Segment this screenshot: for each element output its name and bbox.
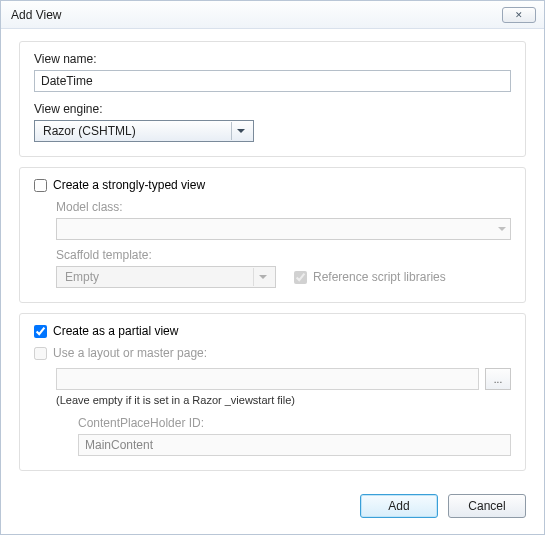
partial-view-label: Create as a partial view (53, 324, 178, 338)
view-engine-label: View engine: (34, 102, 511, 116)
layout-section: ... (Leave empty if it is set in a Razor… (56, 368, 511, 456)
titlebar: Add View ✕ (1, 1, 544, 29)
reference-scripts-row: Reference script libraries (294, 270, 446, 284)
dialog-buttons: Add Cancel (1, 484, 544, 534)
scaffold-template-value: Empty (65, 270, 99, 284)
content-area: View name: View engine: Razor (CSHTML) C… (1, 29, 544, 484)
strongly-typed-group: Create a strongly-typed view Model class… (19, 167, 526, 303)
placeholder-id-label: ContentPlaceHolder ID: (78, 416, 511, 430)
reference-scripts-checkbox (294, 271, 307, 284)
placeholder-id-input (78, 434, 511, 456)
cancel-button[interactable]: Cancel (448, 494, 526, 518)
use-layout-row: Use a layout or master page: (34, 346, 511, 360)
layout-hint: (Leave empty if it is set in a Razor _vi… (56, 394, 511, 406)
chevron-down-icon (237, 129, 245, 133)
placeholder-section: ContentPlaceHolder ID: (78, 416, 511, 456)
window-title: Add View (11, 8, 61, 22)
strongly-typed-checkbox[interactable] (34, 179, 47, 192)
view-name-input[interactable] (34, 70, 511, 92)
model-class-select (56, 218, 511, 240)
use-layout-label: Use a layout or master page: (53, 346, 207, 360)
view-name-label: View name: (34, 52, 511, 66)
reference-scripts-label: Reference script libraries (313, 270, 446, 284)
close-button[interactable]: ✕ (502, 7, 536, 23)
browse-button: ... (485, 368, 511, 390)
chevron-down-icon (259, 275, 267, 279)
partial-layout-group: Create as a partial view Use a layout or… (19, 313, 526, 471)
add-button[interactable]: Add (360, 494, 438, 518)
model-section: Model class: Scaffold template: Empty (56, 200, 511, 288)
partial-view-checkbox[interactable] (34, 325, 47, 338)
strongly-typed-label: Create a strongly-typed view (53, 178, 205, 192)
dropdown-button (253, 268, 271, 286)
use-layout-checkbox (34, 347, 47, 360)
strongly-typed-row[interactable]: Create a strongly-typed view (34, 178, 511, 192)
scaffold-template-select: Empty (56, 266, 276, 288)
ellipsis-icon: ... (494, 374, 502, 385)
close-icon: ✕ (515, 10, 523, 20)
dropdown-button (231, 122, 249, 140)
dialog-window: Add View ✕ View name: View engine: Razor… (0, 0, 545, 535)
chevron-down-icon (498, 227, 506, 231)
view-engine-select[interactable]: Razor (CSHTML) (34, 120, 254, 142)
layout-path-input (56, 368, 479, 390)
scaffold-template-label: Scaffold template: (56, 248, 511, 262)
view-name-group: View name: View engine: Razor (CSHTML) (19, 41, 526, 157)
view-engine-value: Razor (CSHTML) (43, 124, 136, 138)
partial-view-row[interactable]: Create as a partial view (34, 324, 511, 338)
model-class-label: Model class: (56, 200, 511, 214)
